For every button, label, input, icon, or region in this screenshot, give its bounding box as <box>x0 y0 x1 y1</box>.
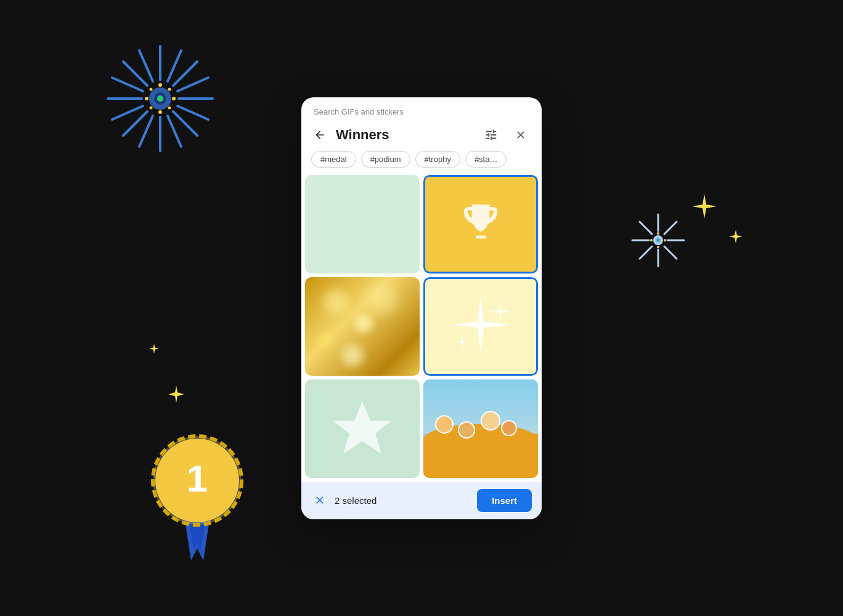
grid-item-1[interactable] <box>305 175 420 274</box>
svg-point-20 <box>145 97 149 100</box>
svg-point-37 <box>657 232 659 235</box>
svg-line-9 <box>168 51 181 81</box>
back-button[interactable] <box>309 124 331 146</box>
svg-line-13 <box>168 116 181 147</box>
svg-point-46 <box>153 436 242 525</box>
svg-marker-43 <box>185 499 210 551</box>
dialog-title: Winners <box>336 127 475 143</box>
svg-point-17 <box>154 92 166 105</box>
svg-line-33 <box>640 246 652 259</box>
svg-point-18 <box>158 83 162 87</box>
dialog-header: Winners <box>301 119 542 151</box>
svg-line-34 <box>664 246 677 259</box>
svg-point-25 <box>168 107 171 110</box>
grid-item-6[interactable] <box>423 379 538 478</box>
bottom-bar: 2 selected Insert <box>301 482 542 519</box>
sparkle-deco-3 <box>166 384 186 407</box>
small-starburst-deco <box>627 209 689 271</box>
medal-deco: 1 <box>136 419 259 554</box>
insert-button[interactable]: Insert <box>477 489 532 512</box>
svg-point-22 <box>150 88 153 91</box>
tag-medal[interactable]: #medal <box>311 151 356 168</box>
svg-line-31 <box>640 222 652 234</box>
svg-point-35 <box>653 235 663 245</box>
svg-text:1: 1 <box>187 457 208 500</box>
svg-marker-48 <box>333 401 391 454</box>
svg-line-10 <box>112 78 143 91</box>
svg-line-6 <box>123 111 147 136</box>
tag-podium[interactable]: #podium <box>361 151 410 168</box>
gif-search-dialog: Search GIFs and stickers Winners <box>301 97 542 519</box>
selected-count: 2 selected <box>335 495 471 506</box>
tags-row: #medal #podium #trophy #sta… <box>301 151 542 175</box>
sparkle-deco-1 <box>689 191 720 224</box>
svg-point-23 <box>168 88 171 91</box>
svg-point-24 <box>150 107 153 110</box>
svg-point-38 <box>657 246 659 248</box>
svg-line-8 <box>139 51 153 81</box>
gif-grid <box>301 175 542 482</box>
filter-button[interactable] <box>480 124 502 146</box>
grid-item-3[interactable] <box>305 277 420 376</box>
sparkle-deco-4 <box>148 342 160 357</box>
clear-selection-button[interactable] <box>311 492 328 509</box>
tag-trophy[interactable]: #trophy <box>415 151 460 168</box>
svg-point-39 <box>650 239 653 241</box>
svg-point-19 <box>158 110 162 114</box>
scene: 1 Search GIFs and stickers Winners <box>0 0 843 616</box>
svg-point-36 <box>656 238 661 243</box>
svg-line-7 <box>173 111 197 136</box>
svg-point-41 <box>657 239 660 242</box>
svg-line-15 <box>177 106 208 120</box>
svg-point-45 <box>155 439 239 522</box>
svg-line-11 <box>177 78 208 91</box>
svg-line-14 <box>112 106 143 120</box>
svg-point-44 <box>153 436 242 525</box>
grid-item-5[interactable] <box>305 379 420 478</box>
svg-line-32 <box>664 222 677 234</box>
sparkle-deco-2 <box>727 228 744 248</box>
close-button[interactable] <box>510 124 532 146</box>
svg-line-4 <box>123 62 147 86</box>
svg-point-16 <box>149 87 171 110</box>
search-hint: Search GIFs and stickers <box>301 97 542 119</box>
svg-point-21 <box>172 97 176 100</box>
svg-point-26 <box>157 95 163 102</box>
tag-sta[interactable]: #sta… <box>465 151 507 168</box>
blue-starburst-deco <box>99 37 222 160</box>
svg-marker-42 <box>182 499 213 561</box>
svg-point-40 <box>664 239 666 241</box>
svg-line-5 <box>173 62 197 86</box>
grid-item-2[interactable] <box>423 175 538 274</box>
svg-line-12 <box>139 116 153 147</box>
grid-item-4[interactable] <box>423 277 538 376</box>
